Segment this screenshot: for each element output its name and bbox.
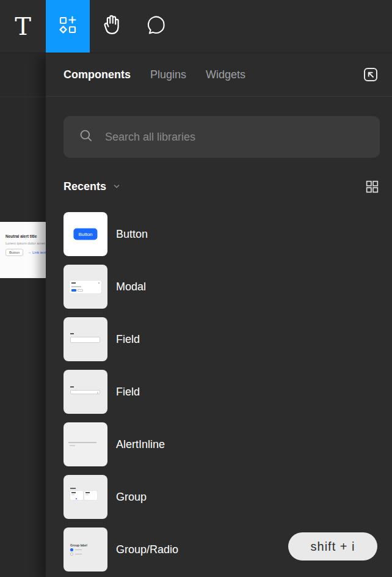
alert-actions: Button → Link text <box>5 249 46 256</box>
component-name: Button <box>116 228 148 241</box>
list-item-modal[interactable]: Modal <box>64 265 380 309</box>
component-name: Group/Radio <box>116 543 178 556</box>
alert-link: → Link text <box>27 251 46 254</box>
hand-tool-button[interactable] <box>90 0 134 53</box>
chevron-down-icon <box>112 182 121 191</box>
alert-mockup <box>68 442 96 443</box>
button-mockup: Button <box>73 229 97 240</box>
divider <box>0 97 46 97</box>
component-thumbnail[interactable] <box>64 422 107 466</box>
components-icon <box>56 13 80 40</box>
list-item-field-2[interactable]: Field <box>64 370 380 414</box>
grid-view-icon <box>365 179 380 194</box>
recents-header: Recents <box>64 178 380 194</box>
recents-dropdown[interactable] <box>112 182 121 191</box>
component-thumbnail[interactable] <box>64 265 107 309</box>
field-mockup <box>70 337 100 343</box>
list-item-button[interactable]: Button Button <box>64 212 380 256</box>
toolbar: T <box>0 0 392 53</box>
tab-components[interactable]: Components <box>64 68 131 81</box>
panel-tabs: Components Plugins Widgets <box>46 53 392 97</box>
hand-icon <box>100 13 123 39</box>
component-thumbnail[interactable] <box>64 475 107 519</box>
alert-title: Neutral alert title <box>5 234 37 238</box>
radio-selected-icon <box>70 548 73 551</box>
text-tool-icon: T <box>15 14 31 39</box>
field-mockup <box>70 390 100 394</box>
component-thumbnail[interactable]: Button <box>64 212 107 256</box>
comment-tool-button[interactable] <box>134 0 178 53</box>
tab-plugins[interactable]: Plugins <box>150 68 186 81</box>
search-bar[interactable] <box>64 116 380 158</box>
component-thumbnail[interactable] <box>64 370 107 414</box>
grid-view-toggle[interactable] <box>365 179 380 194</box>
component-name: Modal <box>116 281 146 293</box>
alert-button: Button <box>5 249 23 256</box>
component-name: Group <box>116 491 147 504</box>
recents-list: Button Button Modal <box>64 212 380 571</box>
list-item-alertinline[interactable]: AlertInline <box>64 422 380 466</box>
canvas-area[interactable]: Neutral alert title Lorem ipsum dolor am… <box>0 53 46 577</box>
alert-body: Lorem ipsum dolor amet conse <box>5 241 46 245</box>
components-panel: Components Plugins Widgets Recents <box>46 53 392 577</box>
component-thumbnail[interactable]: Group label <box>64 527 107 571</box>
radio-group-mockup: Group label <box>70 543 87 547</box>
canvas-alert-component[interactable]: Neutral alert title Lorem ipsum dolor am… <box>0 222 46 278</box>
radio-unselected-icon <box>70 553 73 556</box>
figma-dark-ui: Neutral alert title Lorem ipsum dolor am… <box>0 0 392 577</box>
modal-mockup <box>70 281 101 293</box>
shortcut-badge: shift + i <box>288 532 377 560</box>
search-icon <box>78 128 94 146</box>
component-thumbnail[interactable] <box>64 317 107 361</box>
components-tool-button[interactable] <box>46 0 90 53</box>
recents-title: Recents <box>64 180 106 193</box>
component-name: Field <box>116 386 140 399</box>
list-item-group[interactable]: Group <box>64 475 380 519</box>
search-input[interactable] <box>105 131 369 144</box>
list-item-field[interactable]: Field <box>64 317 380 361</box>
component-name: Field <box>116 333 140 346</box>
comment-bubble-icon <box>145 14 167 39</box>
text-tool-button[interactable]: T <box>0 0 46 53</box>
tab-widgets[interactable]: Widgets <box>206 68 245 81</box>
group-mockup <box>70 488 76 489</box>
arrow-up-left-icon <box>361 65 380 84</box>
popout-panel-button[interactable] <box>361 65 380 84</box>
component-name: AlertInline <box>116 438 165 451</box>
